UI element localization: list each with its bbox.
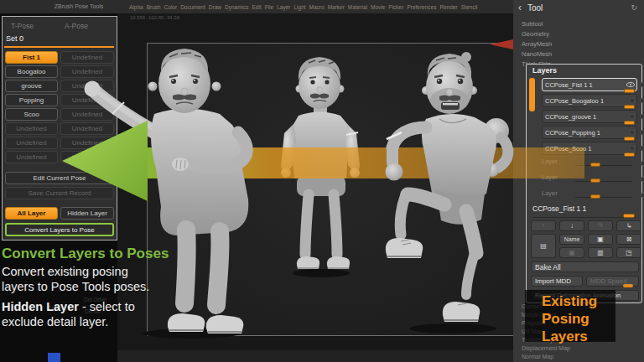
layer-row-ccpose-popping-1[interactable]: CCPose_Popping 1 (542, 126, 637, 139)
layer-name: CCPose_groove 1 (545, 113, 596, 121)
new-layer-button[interactable]: ▤ (531, 234, 556, 258)
menu-material[interactable]: Material (348, 4, 367, 10)
mdd-speed-slider[interactable]: MDD Speed (586, 276, 639, 287)
menu-alpha[interactable]: Alpha (129, 4, 143, 10)
orange-heading-line2: Layers (542, 328, 644, 345)
layer-toggle-dot[interactable] (630, 114, 635, 119)
menu-stencil[interactable]: Stencil (461, 4, 478, 10)
layer-name: CCPose_Boogaloo 1 (545, 97, 604, 105)
zbrush-window: AlphaBrushColorDocumentDrawDynamicsEditF… (0, 0, 644, 362)
layer-toggle-dot[interactable] (630, 146, 635, 151)
annotation-note-bold: Hidden Layer (2, 300, 79, 313)
layer-record-dot[interactable] (640, 130, 644, 135)
orange-heading-line1: Existing Posing (542, 292, 644, 328)
menu-document[interactable]: Document (180, 4, 205, 10)
menu-layer[interactable]: Layer (277, 4, 290, 10)
mdd-speed-handle[interactable] (623, 284, 633, 287)
layer-slider-handle[interactable] (624, 121, 635, 125)
empty-layer-label: Layer (542, 189, 558, 197)
layer-redo-button[interactable]: ↷ (588, 220, 613, 231)
layer-move-up-button[interactable]: ↑ (531, 220, 556, 231)
empty-layer-slider-handle[interactable] (590, 178, 600, 183)
menu-draw[interactable]: Draw (209, 4, 221, 10)
empty-layer-slider-handle[interactable] (590, 194, 600, 199)
invert-layer-button[interactable]: ◳ (616, 247, 641, 258)
layer-toggle-dot[interactable] (630, 130, 635, 135)
menu-file[interactable]: File (265, 4, 273, 10)
duplicate-layer-button[interactable]: ▣ (588, 234, 613, 245)
tool-section-displacement-map[interactable]: Displacement Map (522, 345, 570, 351)
annotation-note-rest: - select to (79, 300, 135, 313)
layer-name: CCPose_Fist 1 1 (545, 81, 593, 89)
layer-record-dot[interactable] (641, 177, 644, 182)
layer-record-dot[interactable] (641, 161, 644, 166)
back-chevron-icon[interactable]: ‹ (518, 2, 522, 13)
layer-slider-handle[interactable] (624, 105, 635, 109)
set-label[interactable]: Set 0 (6, 34, 23, 43)
merge-down-button[interactable]: ▥ (588, 247, 613, 258)
layer-name-button[interactable]: Name (559, 234, 584, 245)
tool-panel-title: Tool (527, 3, 543, 13)
empty-layer-track (575, 181, 632, 182)
layer-row-ccpose-fist-1-1[interactable]: CCPose_Fist 1 1 (542, 78, 637, 91)
menu-render[interactable]: Render (439, 4, 457, 10)
document-thumbnail[interactable] (48, 353, 60, 362)
annotation-note-text: Hidden Layer - select to exclude detail … (2, 299, 135, 329)
layer-record-dot[interactable] (640, 114, 644, 119)
layer-branch-button[interactable]: ↳ (616, 220, 641, 231)
delete-layer-button[interactable]: ⊠ (616, 234, 641, 245)
menu-picker[interactable]: Picker (388, 4, 403, 10)
layers-panel-title[interactable]: Layers (532, 66, 557, 75)
menu-macro[interactable]: Macro (309, 4, 325, 10)
bottom-bar (117, 350, 528, 362)
layer-record-dot[interactable] (641, 193, 644, 198)
tool-section-normal-map[interactable]: Normal Map (522, 354, 553, 359)
bake-all-button[interactable]: Bake All (531, 261, 639, 272)
split-layer-button[interactable]: ▣ (559, 247, 584, 258)
layer-intensity-track[interactable] (532, 217, 636, 218)
annotation-note-line2: exclude detail layer. (2, 314, 135, 329)
menu-edit[interactable]: Edit (252, 4, 262, 10)
layer-slider-handle[interactable] (624, 153, 635, 157)
current-layer-label: CCPose_Fist 1 1 (532, 204, 586, 213)
layer-slider-handle[interactable] (624, 89, 635, 93)
pose-tools-panel-title[interactable]: ZBrush Pose Tools (40, 3, 117, 9)
layer-toggle-dot[interactable] (630, 98, 635, 103)
layers-panel: Layers CCPose_Fist 1 1CCPose_Boogaloo 1C… (526, 64, 642, 303)
menu-dynamics[interactable]: Dynamics (225, 4, 249, 10)
import-mdd-button[interactable]: Import MDD (531, 276, 583, 287)
mdd-speed-label: MDD Speed (590, 277, 627, 285)
layers-scrollbar[interactable] (529, 78, 535, 111)
annotation-body-line1: Convert existing posing (2, 264, 149, 279)
layer-row-ccpose-boogaloo-1[interactable]: CCPose_Boogaloo 1 (542, 94, 637, 107)
menu-brush[interactable]: Brush (147, 4, 161, 10)
empty-layer-slider-handle[interactable] (590, 163, 600, 167)
layer-visibility-eye-icon[interactable] (626, 82, 635, 87)
layer-record-dot[interactable] (640, 98, 644, 103)
menu-movie[interactable]: Movie (371, 4, 385, 10)
layer-move-down-button[interactable]: ↓ (559, 220, 584, 231)
layer-record-dot[interactable] (640, 82, 644, 87)
annotation-body-line2: layers to Pose Tools poses. (2, 279, 149, 294)
menu-preferences[interactable]: Preferences (407, 4, 436, 10)
layer-row-ccpose-groove-1[interactable]: CCPose_groove 1 (542, 110, 637, 123)
layer-record-dot[interactable] (640, 146, 644, 151)
annotation-orange-heading: Existing Posing Layers (542, 292, 644, 345)
t-pose-header[interactable]: T-Pose (11, 22, 34, 30)
layer-intensity-slider[interactable] (623, 214, 635, 218)
menu-marker[interactable]: Marker (328, 4, 345, 10)
menu-light[interactable]: Light (293, 4, 305, 10)
layer-slider-handle[interactable] (624, 137, 635, 141)
annotation-green-heading: Convert Layers to Poses (2, 246, 169, 262)
annotation-body-text: Convert existing posing layers to Pose T… (2, 264, 149, 294)
restore-icon[interactable]: ↻ (631, 3, 637, 12)
menu-color[interactable]: Color (164, 4, 178, 10)
empty-layer-track (575, 197, 632, 198)
layer-name: CCPose_Popping 1 (545, 129, 600, 137)
empty-layer-row-3[interactable]: Layer (542, 189, 637, 203)
